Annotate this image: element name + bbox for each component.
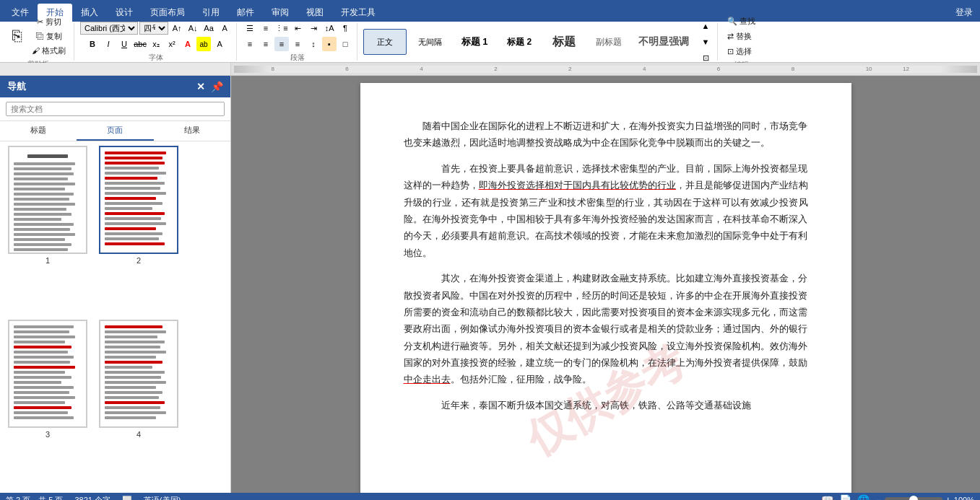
tab-insert[interactable]: 插入 [72, 4, 107, 22]
tab-mailings[interactable]: 邮件 [228, 4, 263, 22]
view-mode-button-print[interactable]: 📄 [839, 494, 851, 500]
font-shrink-button[interactable]: A↓ [186, 21, 200, 35]
zoom-controls: − + 100% [875, 494, 974, 500]
tab-references[interactable]: 引用 [194, 4, 228, 22]
paragraph-3: 近年来，泰国不断升级本国交通系统，对高铁，铁路、公路等交通基础设施 [404, 397, 808, 413]
font-color-button[interactable]: A [181, 37, 195, 51]
view-mode-button-web[interactable]: 🌐 [857, 494, 870, 500]
nav-tab-pages[interactable]: 页面 [77, 121, 153, 141]
clear-format-button[interactable]: A [217, 21, 232, 35]
increase-indent-button[interactable]: ⇥ [306, 21, 321, 35]
paste-button[interactable]: ⎘ [7, 26, 27, 46]
align-left-button[interactable]: ≡ [243, 37, 257, 51]
main-layout: 导航 ✕ 📌 标题 页面 结果 [0, 76, 980, 493]
document-area[interactable]: 仅供参考 随着中国企业在国际化的进程上不断迈进和扩大，在海外投资实力日益增强的同… [231, 76, 980, 493]
paragraph-0: 随着中国企业在国际化的进程上不断迈进和扩大，在海外投资实力日益增强的同时，市场竞… [404, 118, 808, 152]
replace-button[interactable]: ⇄ 替换 [724, 30, 755, 43]
page-thumb-img-3[interactable] [8, 320, 87, 428]
view-mode-button-read[interactable]: 📖 [821, 494, 833, 500]
zoom-slider[interactable] [885, 497, 942, 500]
bold-button[interactable]: B [85, 37, 100, 51]
strikethrough-button[interactable]: abc [133, 37, 147, 51]
style-heading2[interactable]: 标题 2 [498, 29, 541, 55]
style-heading[interactable]: 标题 [542, 29, 586, 55]
find-button[interactable]: 🔍 查找 [724, 14, 759, 28]
styles-scroll-up[interactable]: ▲ [698, 19, 713, 33]
page-thumb-2[interactable]: 2 [95, 146, 182, 315]
page-thumb-img-2[interactable] [99, 146, 178, 254]
format-painter-button[interactable]: 🖌 格式刷 [28, 44, 69, 58]
style-no-space[interactable]: 无间隔 [408, 29, 451, 55]
cut-button[interactable]: ✂ 剪切 [28, 15, 69, 29]
shading-button[interactable]: ▪ [322, 37, 337, 51]
nav-pin-icon[interactable]: 📌 [211, 81, 223, 92]
numbering-button[interactable]: ≡ [259, 21, 273, 35]
font-size-select[interactable]: 四号 小四 三号 [139, 22, 168, 35]
nav-close-icon[interactable]: ✕ [196, 81, 205, 92]
border-button[interactable]: □ [338, 37, 352, 51]
style-emphasis[interactable]: 不明显强调 [632, 29, 695, 55]
superscript-button[interactable]: x² [165, 37, 179, 51]
ribbon-tab-bar: 文件 开始 插入 设计 页面布局 引用 邮件 审阅 视图 开发工具 登录 [0, 0, 980, 22]
copy-button[interactable]: ⿻ 复制 [28, 30, 69, 43]
font-family-select[interactable]: Calibri (西文) [80, 22, 138, 35]
editing-section: 🔍 查找 ⇄ 替换 ⊡ 选择 编辑 [719, 23, 763, 61]
style-normal[interactable]: 正文 [363, 29, 407, 55]
page-thumb-img-4[interactable] [99, 320, 178, 428]
tab-view[interactable]: 视图 [298, 4, 332, 22]
zoom-in-button[interactable]: + [945, 494, 951, 500]
multilevel-list-button[interactable]: ⋮≡ [274, 21, 289, 35]
style-subheading[interactable]: 副标题 [587, 29, 630, 55]
decrease-indent-button[interactable]: ⇤ [290, 21, 305, 35]
font-bg-button[interactable]: A [212, 37, 227, 51]
page-thumb-4[interactable]: 4 [95, 320, 182, 489]
underline-button[interactable]: U [117, 37, 131, 51]
ruler: 8 6 4 2 2 4 6 8 10 12 [231, 63, 980, 75]
nav-title: 导航 [7, 80, 26, 93]
ribbon: 文件 开始 插入 设计 页面布局 引用 邮件 审阅 视图 开发工具 登录 [0, 0, 980, 22]
align-right-button[interactable]: ≡ [274, 37, 289, 51]
select-button[interactable]: ⊡ 选择 [724, 45, 755, 58]
subscript-button[interactable]: x₂ [149, 37, 163, 51]
search-input[interactable] [6, 102, 225, 116]
style-heading1[interactable]: 标题 1 [453, 29, 496, 55]
tab-developer[interactable]: 开发工具 [332, 4, 384, 22]
page-label-2: 2 [136, 256, 141, 265]
clipboard-section: ⎘ ✂ 剪切 ⿻ 复制 🖌 格式刷 剪贴板 [3, 23, 74, 61]
language-info: 英语(美国) [144, 495, 181, 501]
status-bar: 第 2 页，共 5 页 3821 个字 ⬜ 英语(美国) 📖 📄 🌐 − + 1… [0, 493, 980, 500]
sort-button[interactable]: ↕A [322, 21, 337, 35]
line-spacing-button[interactable]: ↕ [306, 37, 321, 51]
input-check-icon: ⬜ [122, 496, 132, 501]
paragraph-2: 其次，在海外投资资金渠道上，构建财政金融支持系统。比如建立海外直接投资基金，分散… [404, 270, 808, 388]
page-thumb-1[interactable]: 1 [4, 146, 91, 315]
bullets-button[interactable]: ☰ [243, 21, 257, 35]
paragraph-label: 段落 [290, 53, 305, 63]
tab-design[interactable]: 设计 [107, 4, 142, 22]
zoom-slider-thumb[interactable] [909, 496, 918, 500]
highlight-button[interactable]: ab [196, 37, 211, 51]
nav-header: 导航 ✕ 📌 [0, 76, 230, 97]
page-thumb-3[interactable]: 3 [4, 320, 91, 489]
zoom-out-button[interactable]: − [875, 494, 881, 500]
navigation-panel: 导航 ✕ 📌 标题 页面 结果 [0, 76, 231, 493]
change-case-button[interactable]: Aa [201, 21, 216, 35]
page-label-4: 4 [136, 430, 141, 439]
paragraph-section: ☰ ≡ ⋮≡ ⇤ ⇥ ↕A ¶ ≡ ≡ ≡ ≡ ↕ ▪ □ 段落 [238, 23, 357, 61]
page-thumb-img-1[interactable] [8, 146, 87, 254]
nav-pages-grid: 1 [0, 141, 230, 493]
document-page: 仅供参考 随着中国企业在国际化的进程上不断迈进和扩大，在海外投资实力日益增强的同… [360, 83, 851, 493]
align-center-button[interactable]: ≡ [259, 37, 273, 51]
nav-tab-results[interactable]: 结果 [154, 121, 230, 141]
tab-review[interactable]: 审阅 [263, 4, 298, 22]
tab-layout[interactable]: 页面布局 [142, 4, 194, 22]
font-grow-button[interactable]: A↑ [170, 21, 184, 35]
page-label-3: 3 [45, 430, 50, 439]
show-marks-button[interactable]: ¶ [338, 21, 352, 35]
login-button[interactable]: 登录 [948, 4, 980, 22]
styles-scroll-down[interactable]: ▼ [698, 35, 713, 49]
styles-gallery: 正文 无间隔 标题 1 标题 2 标题 副标题 不明显强调 ▲ ▼ ⊡ 样式 [359, 23, 718, 61]
justify-button[interactable]: ≡ [290, 37, 305, 51]
nav-tab-headings[interactable]: 标题 [0, 121, 77, 141]
italic-button[interactable]: I [101, 37, 116, 51]
